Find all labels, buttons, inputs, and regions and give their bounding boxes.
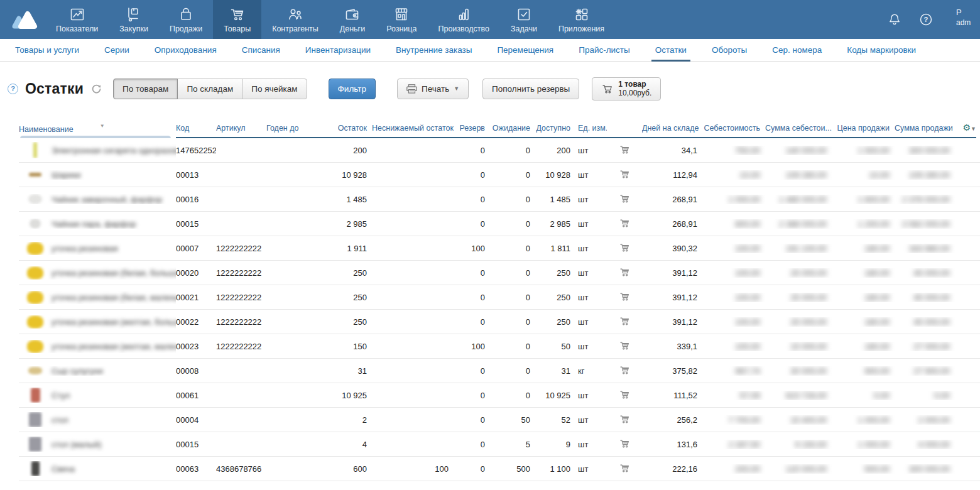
product-name-cell: уточка резиновая (белая, большая) (19, 266, 176, 280)
column-header-available[interactable]: Доступно (535, 124, 575, 138)
column-header-price_sum[interactable]: Сумма продажи (895, 124, 955, 138)
columns-settings-gear-icon[interactable]: ⚙ (963, 122, 971, 133)
cart-items-count: 1 товар (618, 80, 651, 89)
table-row[interactable]: Сыр сулугуни00008310031кг375,82967,7430 … (19, 359, 980, 383)
product-name: Чайник заварочный, фарфор (52, 195, 162, 204)
add-to-cart-icon[interactable] (619, 193, 631, 204)
nav-item-production[interactable]: Производство (427, 0, 500, 39)
stock-table: Наименование▼КодАртикулГоден доОстатокНе… (0, 117, 980, 481)
add-to-cart-icon[interactable] (619, 144, 631, 155)
cell-awaiting: 0 (490, 342, 535, 351)
nav-item-goods[interactable]: Товары (213, 0, 261, 39)
cell-awaiting: 0 (490, 391, 535, 400)
column-header-awaiting[interactable]: Ожидание (490, 124, 535, 138)
table-row[interactable]: уточка резиновая0000712222222221 9111000… (19, 236, 980, 261)
nav-item-tasks[interactable]: Задачи (500, 0, 548, 39)
cart-total-sum: 10,00руб. (618, 89, 651, 97)
add-to-cart-icon[interactable] (619, 315, 631, 327)
column-header-code[interactable]: Код (176, 124, 216, 138)
cell-available: 250 (535, 317, 575, 327)
view-button-по-товарам[interactable]: По товарам (113, 79, 178, 99)
add-to-cart-icon[interactable] (619, 438, 631, 449)
subnav-tab-остатки[interactable]: Остатки (643, 39, 699, 62)
cart-summary-button[interactable]: 1 товар 10,00руб. (592, 77, 661, 101)
column-header-name[interactable]: Наименование▼ (19, 123, 176, 138)
subnav-tab-инвентаризации[interactable]: Инвентаризации (293, 39, 383, 62)
filter-button[interactable]: Фильтр (329, 79, 376, 99)
nav-item-retail[interactable]: Розница (376, 0, 427, 39)
add-to-cart-icon[interactable] (619, 364, 631, 376)
column-header-min_stock[interactable]: Неснижаемый остаток (372, 124, 454, 138)
app-logo[interactable] (0, 0, 45, 39)
table-row[interactable]: уточка резиновая (желтая, большая)000221… (19, 310, 980, 334)
subnav-tab-оприходования[interactable]: Оприходования (142, 39, 229, 62)
table-row[interactable]: Свеча00063436867876660010005001 100шт222… (19, 457, 980, 481)
frozen-column-scrollbar[interactable] (20, 136, 171, 138)
table-row[interactable]: стол00004205052шт256,27 700,0015 400,001… (19, 408, 980, 432)
add-to-cart-icon[interactable] (619, 413, 631, 425)
column-header-unit[interactable]: Ед. изм. (575, 124, 607, 138)
cell-stock: 250 (323, 317, 372, 327)
table-row[interactable]: Чайник заварочный, фарфор000161 485001 4… (19, 187, 980, 212)
column-header-cost_sum[interactable]: Сумма себестои... (765, 124, 832, 138)
add-to-cart-icon[interactable] (619, 217, 631, 229)
column-header-reserve[interactable]: Резерв (454, 124, 490, 138)
table-row[interactable]: уточка резиновая (белая, маленькая)00021… (19, 285, 980, 310)
table-row[interactable]: уточка резиновая (белая, большая)0002012… (19, 261, 980, 285)
subnav-tab-серии[interactable]: Серии (92, 39, 142, 62)
subnav-tab-товары-и-услуги[interactable]: Товары и услуги (3, 39, 92, 62)
subnav-tab-внутренние-заказы[interactable]: Внутренние заказы (383, 39, 484, 62)
add-to-cart-icon[interactable] (619, 291, 631, 302)
nav-item-metrics[interactable]: Показатели (45, 0, 109, 39)
cell-cost: 200,00 (702, 464, 765, 474)
product-thumbnail (19, 173, 52, 177)
nav-item-counterparties[interactable]: Контрагенты (261, 0, 329, 39)
refresh-icon[interactable] (91, 84, 102, 94)
add-to-cart-icon[interactable] (619, 242, 631, 253)
add-to-cart-icon[interactable] (619, 168, 631, 180)
view-button-по-ячейкам[interactable]: По ячейкам (242, 79, 307, 99)
row-cart-cell (607, 144, 642, 157)
cell-cost_sum: 2 388 000,00 (765, 219, 832, 229)
nav-item-apps[interactable]: Приложения (548, 0, 615, 39)
nav-item-sales[interactable]: Продажи (159, 0, 213, 39)
add-to-cart-icon[interactable] (619, 389, 631, 400)
nav-item-purchases[interactable]: Закупки (109, 0, 159, 39)
table-row[interactable]: стол (малый)000154059шт131,62 287,509 15… (19, 432, 980, 457)
column-header-expiry[interactable]: Годен до (266, 124, 323, 138)
column-header-stock[interactable]: Остаток (323, 124, 372, 138)
column-header-cost[interactable]: Себестоимость (702, 124, 765, 138)
subnav-tab-сер-номера[interactable]: Сер. номера (760, 39, 834, 62)
column-header-article[interactable]: Артикул (216, 124, 266, 138)
subnav-tab-обороты[interactable]: Обороты (699, 39, 760, 62)
table-row[interactable]: уточка резиновая (желтая, маленькая)0002… (19, 334, 980, 359)
subnav-tab-списания[interactable]: Списания (229, 39, 293, 62)
table-row[interactable]: Электронная сигарета одноразовая14765225… (19, 138, 980, 163)
cell-stock: 600 (323, 464, 372, 474)
subnav-tab-коды-маркировки[interactable]: Коды маркировки (834, 39, 928, 62)
view-button-по-складам[interactable]: По складам (177, 79, 242, 99)
product-thumbnail (19, 388, 52, 403)
add-to-cart-icon[interactable] (619, 266, 631, 278)
help-question-icon[interactable]: ? (918, 12, 934, 27)
subnav-tab-перемещения[interactable]: Перемещения (484, 39, 566, 62)
table-row[interactable]: Стул0006110 9250010 925шт111,5257,09623 … (19, 383, 980, 408)
table-row[interactable]: Чайная пара, фарфор000152 985002 985шт26… (19, 212, 980, 236)
column-header-price[interactable]: Цена продажи (832, 124, 895, 138)
cell-awaiting: 0 (490, 170, 535, 180)
user-account[interactable]: P adm (956, 8, 980, 28)
print-button[interactable]: Печать ▼ (397, 79, 469, 99)
nav-item-money[interactable]: Деньги (329, 0, 376, 39)
replenish-reserves-button[interactable]: Пополнить резервы (482, 79, 579, 99)
notifications-bell-icon[interactable] (887, 12, 902, 27)
column-header-days[interactable]: Дней на складе (642, 124, 702, 138)
cell-cost: 967,74 (702, 366, 765, 376)
column-header-gear[interactable]: ⚙▼ (955, 122, 976, 138)
subnav-tab-прайс-листы[interactable]: Прайс-листы (566, 39, 643, 62)
add-to-cart-icon[interactable] (619, 462, 631, 474)
add-to-cart-icon[interactable] (619, 340, 631, 351)
table-row[interactable]: Шарики0001310 9280010 928шт112,9410,0010… (19, 163, 980, 187)
cell-price_sum: 27 900,00 (895, 366, 955, 376)
people-icon (286, 6, 304, 23)
page-help-icon[interactable]: ? (8, 84, 18, 94)
